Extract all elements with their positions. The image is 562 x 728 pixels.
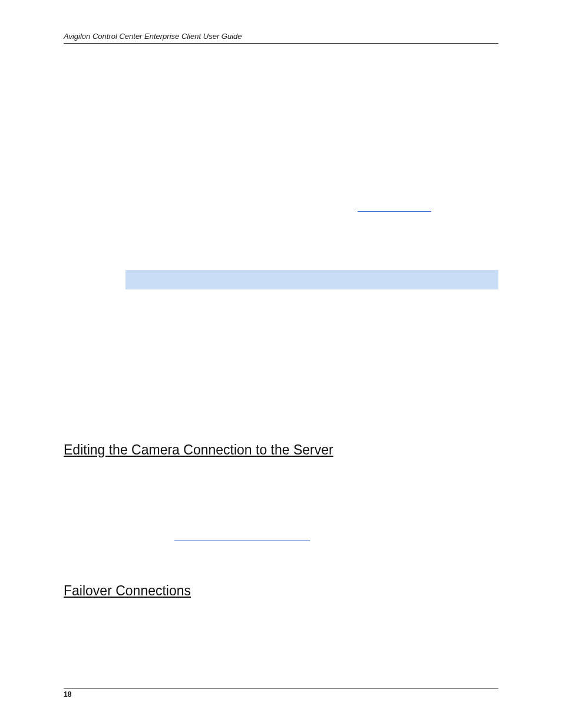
crossref-link-2[interactable]	[174, 541, 310, 541]
page-number: 18	[64, 690, 71, 699]
section-heading-failover-connections: Failover Connections	[64, 583, 191, 599]
running-header: Avigilon Control Center Enterprise Clien…	[64, 32, 498, 44]
page-footer: 18	[64, 689, 498, 699]
text-highlight	[125, 270, 498, 289]
crossref-link-1[interactable]	[358, 211, 431, 212]
section-heading-editing-camera-connection: Editing the Camera Connection to the Ser…	[64, 442, 333, 458]
